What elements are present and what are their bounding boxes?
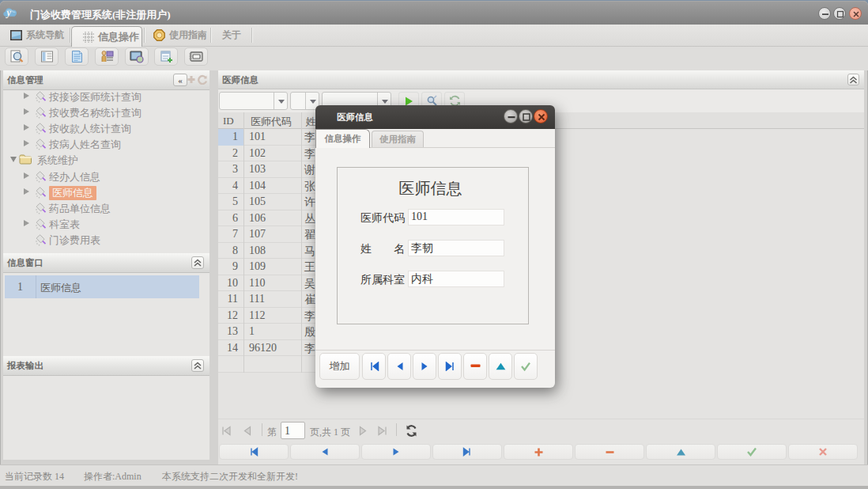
svg-text:y: y xyxy=(5,7,11,18)
